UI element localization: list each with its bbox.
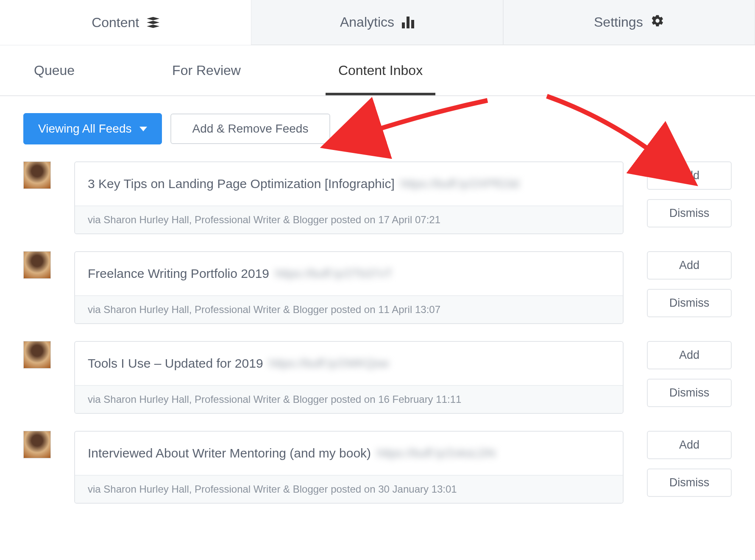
feed-link-obscured: https://buff.ly/2WKQsw: [269, 357, 389, 370]
feed-meta: via Sharon Hurley Hall, Professional Wri…: [75, 385, 623, 413]
add-remove-feeds-button[interactable]: Add & Remove Feeds: [170, 114, 331, 144]
subtab-for-review-label: For Review: [172, 63, 241, 78]
subtab-content-inbox-label: Content Inbox: [338, 63, 423, 78]
gear-icon: [651, 14, 664, 31]
bar-chart-icon: [402, 17, 414, 28]
feed-link-obscured: https://buff.ly/2XPfG3d: [401, 177, 519, 191]
feed-link-obscured: https://buff.ly/2vksLDN: [377, 446, 496, 460]
avatar: [23, 251, 51, 279]
dismiss-button-label: Dismiss: [669, 297, 710, 309]
subtab-for-review[interactable]: For Review: [155, 46, 258, 95]
feed-list: 3 Key Tips on Landing Page Optimization …: [0, 161, 755, 521]
dismiss-button-label: Dismiss: [669, 386, 710, 399]
feed-row: Freelance Writing Portfolio 2019 https:/…: [0, 251, 755, 341]
dismiss-button[interactable]: Dismiss: [647, 199, 732, 227]
tab-settings-label: Settings: [594, 14, 643, 30]
subtab-content-inbox[interactable]: Content Inbox: [321, 46, 440, 95]
add-button-label: Add: [679, 169, 699, 182]
tab-analytics-label: Analytics: [340, 14, 394, 30]
stack-icon: [147, 17, 159, 28]
tab-content-label: Content: [92, 15, 139, 30]
dismiss-button[interactable]: Dismiss: [647, 469, 732, 497]
add-button[interactable]: Add: [647, 161, 732, 190]
subtab-queue-label: Queue: [34, 63, 75, 78]
feed-row: 3 Key Tips on Landing Page Optimization …: [0, 161, 755, 251]
annotation-arrow-right: [538, 92, 678, 164]
add-button[interactable]: Add: [647, 431, 732, 459]
feed-actions: Add Dismiss: [647, 251, 732, 317]
feed-card-body: 3 Key Tips on Landing Page Optimization …: [75, 162, 623, 205]
tab-content[interactable]: Content: [0, 0, 251, 45]
feed-card-body: Interviewed About Writer Mentoring (and …: [75, 432, 623, 475]
feed-actions: Add Dismiss: [647, 161, 732, 227]
dismiss-button-label: Dismiss: [669, 476, 710, 489]
avatar: [23, 431, 51, 458]
feed-card-body: Freelance Writing Portfolio 2019 https:/…: [75, 252, 623, 295]
dismiss-button[interactable]: Dismiss: [647, 379, 732, 407]
sub-nav: Queue For Review Content Inbox: [0, 45, 755, 96]
feed-card-body: Tools I Use – Updated for 2019 https://b…: [75, 342, 623, 385]
top-nav: Content Analytics Settings: [0, 0, 755, 45]
feed-meta: via Sharon Hurley Hall, Professional Wri…: [75, 475, 623, 503]
feed-card[interactable]: Interviewed About Writer Mentoring (and …: [74, 431, 624, 504]
dismiss-button-label: Dismiss: [669, 207, 710, 219]
viewing-feeds-label: Viewing All Feeds: [38, 122, 132, 136]
dismiss-button[interactable]: Dismiss: [647, 289, 732, 317]
feed-row: Tools I Use – Updated for 2019 https://b…: [0, 341, 755, 431]
add-button[interactable]: Add: [647, 341, 732, 369]
avatar: [23, 161, 51, 189]
feed-card[interactable]: 3 Key Tips on Landing Page Optimization …: [74, 161, 624, 234]
add-button-label: Add: [679, 349, 699, 361]
feed-actions: Add Dismiss: [647, 341, 732, 407]
feed-title: Interviewed About Writer Mentoring (and …: [88, 446, 371, 460]
feed-card[interactable]: Tools I Use – Updated for 2019 https://b…: [74, 341, 624, 414]
feed-meta: via Sharon Hurley Hall, Professional Wri…: [75, 295, 623, 323]
annotation-arrow-left: [352, 92, 504, 143]
feed-title: Freelance Writing Portfolio 2019: [88, 266, 269, 281]
feed-actions: Add Dismiss: [647, 431, 732, 497]
viewing-feeds-dropdown[interactable]: Viewing All Feeds: [23, 113, 162, 144]
tab-settings[interactable]: Settings: [503, 0, 755, 45]
feed-link-obscured: https://buff.ly/2Tb37vT: [275, 267, 393, 280]
controls-row: Viewing All Feeds Add & Remove Feeds: [0, 96, 755, 161]
add-button-label: Add: [679, 259, 699, 272]
feed-title: 3 Key Tips on Landing Page Optimization …: [88, 177, 395, 191]
feed-title: Tools I Use – Updated for 2019: [88, 356, 263, 371]
feed-row: Interviewed About Writer Mentoring (and …: [0, 431, 755, 521]
avatar: [23, 341, 51, 369]
caret-down-icon: [139, 127, 147, 131]
tab-analytics[interactable]: Analytics: [251, 0, 503, 45]
feed-card[interactable]: Freelance Writing Portfolio 2019 https:/…: [74, 251, 624, 324]
add-button-label: Add: [679, 438, 699, 451]
feed-meta: via Sharon Hurley Hall, Professional Wri…: [75, 205, 623, 233]
add-remove-feeds-label: Add & Remove Feeds: [192, 122, 309, 136]
add-button[interactable]: Add: [647, 251, 732, 280]
subtab-queue[interactable]: Queue: [17, 46, 92, 95]
